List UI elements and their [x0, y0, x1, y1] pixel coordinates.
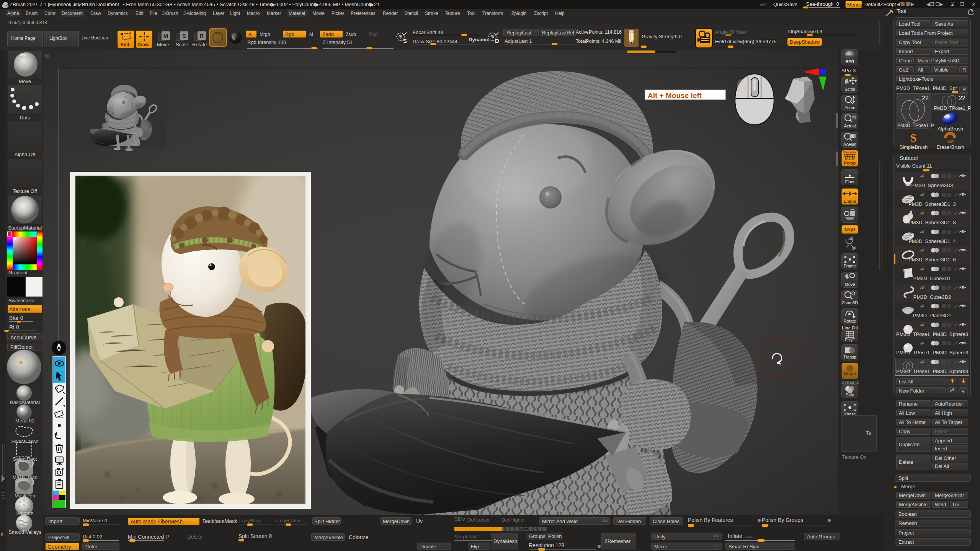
svg-text:R: R — [200, 33, 204, 39]
svg-text:⋮: ⋮ — [845, 170, 848, 174]
svg-text:Y: Y — [849, 170, 851, 174]
svg-text:S: S — [910, 131, 917, 144]
svg-text:Frame: Frame — [844, 264, 856, 268]
svg-text:L.Sym: L.Sym — [843, 199, 856, 204]
svg-text:Transp: Transp — [843, 355, 856, 359]
svg-text:Ghost: Ghost — [844, 371, 856, 376]
svg-text:Rotate: Rotate — [844, 319, 856, 323]
svg-text:PolyF: PolyF — [845, 338, 855, 342]
svg-text:Persp: Persp — [844, 161, 856, 165]
svg-text:↻xyz: ↻xyz — [844, 227, 855, 232]
svg-text:Solo: Solo — [846, 393, 854, 397]
svg-text:Dynamic: Dynamic — [843, 150, 857, 154]
svg-text:D: D — [495, 37, 499, 44]
svg-text:Zoom3D: Zoom3D — [842, 300, 858, 305]
svg-text:z: z — [854, 170, 855, 174]
svg-text:BPR: BPR — [845, 59, 854, 64]
svg-text:22: 22 — [922, 95, 929, 101]
svg-text:Zoom: Zoom — [844, 105, 855, 110]
svg-text:AAHalf: AAHalf — [843, 142, 857, 147]
svg-text:Scroll: Scroll — [844, 87, 855, 91]
svg-text:Floor: Floor — [845, 179, 854, 184]
svg-text:S: S — [403, 37, 407, 44]
svg-text:x1: x1 — [852, 116, 856, 119]
svg-text:M: M — [163, 33, 168, 39]
svg-text:Actual: Actual — [844, 124, 856, 128]
svg-text:S: S — [182, 33, 186, 39]
svg-text:Move: Move — [845, 282, 855, 287]
svg-text:22: 22 — [959, 95, 965, 101]
